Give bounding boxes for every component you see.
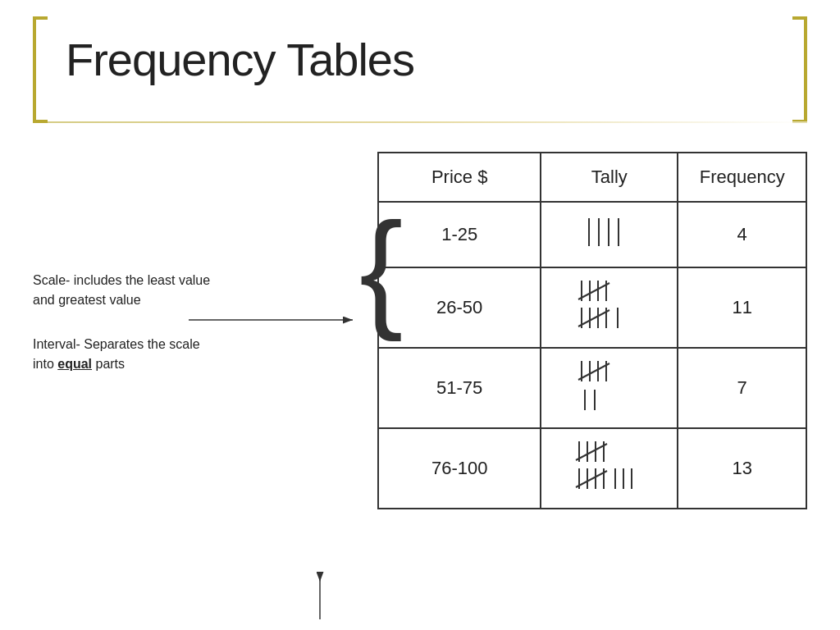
frequency-table: Price $ Tally Frequency 1-25 4 xyxy=(377,152,807,509)
table-row: 76-100 xyxy=(378,428,806,509)
tally-cell xyxy=(541,202,678,267)
bracket-right-decoration xyxy=(792,16,807,123)
frequency-cell: 4 xyxy=(678,202,806,267)
tally-marks-13 xyxy=(574,437,644,495)
svg-line-35 xyxy=(576,471,607,487)
frequency-cell: 11 xyxy=(678,267,806,348)
page-title: Frequency Tables xyxy=(66,33,414,86)
scale-arrow xyxy=(189,304,369,336)
price-cell: 51-75 xyxy=(378,348,541,428)
svg-line-17 xyxy=(578,310,609,326)
interval-annotation: Interval- Separates the scale into equal… xyxy=(33,335,213,374)
price-cell: 26-50 xyxy=(378,267,541,348)
bracket-left-decoration xyxy=(33,16,48,123)
price-cell: 1-25 xyxy=(378,202,541,267)
table-row: 26-50 xyxy=(378,267,806,348)
header-price: Price $ xyxy=(378,153,541,202)
frequency-cell: 7 xyxy=(678,348,806,428)
interval-arrow xyxy=(304,570,336,619)
price-cell: 76-100 xyxy=(378,428,541,509)
interval-equal-word: equal xyxy=(57,357,92,371)
interval-text-suffix: parts xyxy=(92,357,125,371)
svg-line-12 xyxy=(578,283,609,299)
tally-marks-7 xyxy=(577,357,642,414)
tally-marks-4 xyxy=(581,212,638,253)
decorative-line xyxy=(33,121,807,123)
table-row: 51-75 7 xyxy=(378,348,806,428)
scale-annotation: Scale- includes the least value and grea… xyxy=(33,271,213,310)
tally-cell xyxy=(541,267,678,348)
svg-line-23 xyxy=(578,363,609,380)
svg-line-30 xyxy=(576,444,607,460)
tally-cell xyxy=(541,428,678,509)
frequency-cell: 13 xyxy=(678,428,806,509)
tally-cell xyxy=(541,348,678,428)
tally-marks-11 xyxy=(577,276,642,334)
header-frequency: Frequency xyxy=(678,153,806,202)
annotation-block: Scale- includes the least value and grea… xyxy=(33,271,213,374)
frequency-table-container: Price $ Tally Frequency 1-25 4 xyxy=(377,152,807,509)
header-tally: Tally xyxy=(541,153,678,202)
table-row: 1-25 4 xyxy=(378,202,806,267)
